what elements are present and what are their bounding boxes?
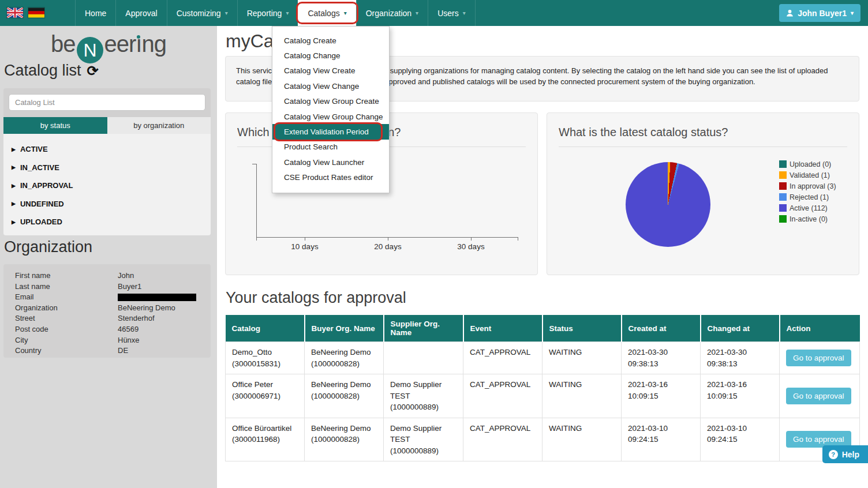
status-group-in-active[interactable]: ▶ IN_ACTIVE <box>3 159 211 177</box>
cell-buyer-org: BeNeering Demo (1000000828) <box>305 374 384 418</box>
uk-flag-icon[interactable] <box>7 7 23 18</box>
status-group-active[interactable]: ▶ ACTIVE <box>3 140 211 159</box>
dropdown-item-catalog-view-group-create[interactable]: Catalog View Group Create <box>272 94 389 109</box>
supplier-org-name: Demo Supplier TEST <box>390 423 457 445</box>
chevron-down-icon: ▾ <box>851 10 854 16</box>
legend-item: Uploaded (0) <box>779 159 836 170</box>
dropdown-item-label: Catalog Create <box>284 36 336 45</box>
nav-item-approval[interactable]: Approval <box>115 0 166 26</box>
org-field-label: First name <box>15 271 118 281</box>
catalogs-dropdown-menu: Catalog Create Catalog Change Catalog Vi… <box>272 26 390 193</box>
cell-changed-at: 2021-03-10 09:24:15 <box>701 418 780 461</box>
nav-item-customizing[interactable]: Customizing ▾ <box>167 0 237 26</box>
tab-by-organization[interactable]: by organization <box>107 117 211 134</box>
nav-item-label: Reporting <box>247 9 282 18</box>
cell-event: CAT_APPROVAL <box>463 418 542 461</box>
supplier-org-name: Demo Supplier TEST <box>390 379 457 401</box>
column-header-event: Event <box>463 315 542 342</box>
axis-tick <box>518 237 518 241</box>
catalog-list-title-label: Catalog list <box>4 62 81 79</box>
dropdown-item-label: Catalog View Group Change <box>284 112 383 121</box>
org-field-label: Organization <box>15 303 118 314</box>
dropdown-item-catalog-view-create[interactable]: Catalog View Create <box>272 63 389 78</box>
catalog-name: Demo_Otto <box>232 347 298 358</box>
user-button-label: John Buyer1 <box>798 9 847 18</box>
dropdown-item-catalog-view-group-change[interactable]: Catalog View Group Change <box>272 109 389 124</box>
column-header-action: Action <box>780 315 860 342</box>
caret-right-icon: ▶ <box>12 164 16 170</box>
legend-item: In approval (3) <box>779 181 836 192</box>
nav-item-label: Users <box>437 9 459 18</box>
dropdown-item-label: Extend Validation Period <box>284 127 369 136</box>
catalog-search-input[interactable] <box>9 94 205 111</box>
help-button[interactable]: ? Help <box>822 445 868 463</box>
cell-changed-at: 2021-03-30 09:38:13 <box>701 342 780 374</box>
status-group-label: UNDEFINED <box>20 200 64 208</box>
axis-tick <box>471 237 472 241</box>
chart-x-axis <box>256 237 518 238</box>
user-menu-button[interactable]: John Buyer1 ▾ <box>779 4 860 22</box>
org-field-street: Street Stenderhof <box>15 313 211 324</box>
nav-item-catalogs[interactable]: Catalogs ▾ <box>298 0 356 26</box>
nav-item-label: Catalogs <box>308 9 339 18</box>
dropdown-item-extend-validation-period[interactable]: Extend Validation Period <box>272 124 389 139</box>
buyer-org-id: (1000000828) <box>311 391 377 402</box>
germany-flag-icon[interactable] <box>28 7 44 18</box>
catalog-list-tabs: by status by organization <box>3 117 211 134</box>
org-field-value: BeNeering Demo <box>118 303 175 314</box>
buyer-org-name: BeNeering Demo <box>311 347 377 358</box>
table-row: Office Büroartikel (3000011968) BeNeerin… <box>226 418 860 461</box>
status-group-label: UPLOADED <box>20 217 62 226</box>
main-menu: Home Approval Customizing ▾ Reporting ▾ … <box>75 0 476 26</box>
axis-tick-label: 20 days <box>365 242 411 251</box>
legend-item: Active (112) <box>779 202 836 213</box>
status-group-uploaded[interactable]: ▶ UPLOADED <box>3 213 211 231</box>
organization-section-title: Organization <box>4 238 92 256</box>
dropdown-item-label: Catalog View Change <box>284 82 359 91</box>
dropdown-item-label: Catalog Change <box>284 51 341 60</box>
dropdown-item-label: Product Search <box>284 142 338 151</box>
dropdown-item-cse-product-rates-editor[interactable]: CSE Product Rates editor <box>272 170 389 185</box>
legend-item: Rejected (1) <box>779 192 836 202</box>
org-field-label: Email <box>15 292 118 303</box>
buyer-org-id: (1000000828) <box>311 358 377 370</box>
org-field-value: Hünxe <box>118 335 140 346</box>
dropdown-item-catalog-view-launcher[interactable]: Catalog View Launcher <box>272 155 389 170</box>
dropdown-item-catalog-change[interactable]: Catalog Change <box>272 48 389 63</box>
column-header-status: Status <box>542 315 622 342</box>
legend-swatch <box>779 215 787 223</box>
axis-tick-label: 30 days <box>448 242 494 251</box>
go-to-approval-button[interactable]: Go to approval <box>786 388 851 404</box>
status-pie-legend: Uploaded (0) Validated (1) In approval (… <box>779 159 836 224</box>
dropdown-item-product-search[interactable]: Product Search <box>272 140 389 155</box>
chart-y-axis <box>256 164 257 237</box>
caret-right-icon: ▶ <box>12 219 16 225</box>
legend-label: In-active (0) <box>790 215 828 223</box>
nav-item-home[interactable]: Home <box>75 0 115 26</box>
tab-by-status[interactable]: by status <box>3 117 107 134</box>
legend-swatch <box>779 171 787 179</box>
status-group-undefined[interactable]: ▶ UNDEFINED <box>3 195 211 213</box>
top-nav: Home Approval Customizing ▾ Reporting ▾ … <box>0 0 868 26</box>
refresh-icon[interactable]: ⟳ <box>87 63 99 78</box>
org-field-value: 46569 <box>118 324 139 335</box>
dropdown-item-catalog-create[interactable]: Catalog Create <box>272 33 389 48</box>
go-to-approval-button[interactable]: Go to approval <box>786 350 851 366</box>
axis-tick-label: 10 days <box>282 242 328 251</box>
nav-item-organization[interactable]: Organization ▾ <box>356 0 428 26</box>
status-group-in-approval[interactable]: ▶ IN_APPROVAL <box>3 177 211 195</box>
nav-item-reporting[interactable]: Reporting ▾ <box>237 0 298 26</box>
cell-supplier-org <box>384 342 463 374</box>
cell-buyer-org: BeNeering Demo (1000000828) <box>305 342 384 374</box>
nav-item-users[interactable]: Users ▾ <box>428 0 476 26</box>
chevron-down-icon: ▾ <box>416 10 418 16</box>
legend-swatch <box>779 160 787 168</box>
logo-text: ı <box>136 31 141 57</box>
status-chart-title: What is the latest catalog status? <box>559 126 847 147</box>
table-row: Demo_Otto (3000015831) BeNeering Demo (1… <box>226 342 860 374</box>
cell-created-at: 2021-03-30 09:38:13 <box>622 342 701 374</box>
org-field-organization: Organization BeNeering Demo <box>15 303 211 314</box>
dropdown-item-catalog-view-change[interactable]: Catalog View Change <box>272 78 389 93</box>
logo-text: ng <box>141 31 166 57</box>
column-header-buyer-org: Buyer Org. Name <box>305 315 384 342</box>
